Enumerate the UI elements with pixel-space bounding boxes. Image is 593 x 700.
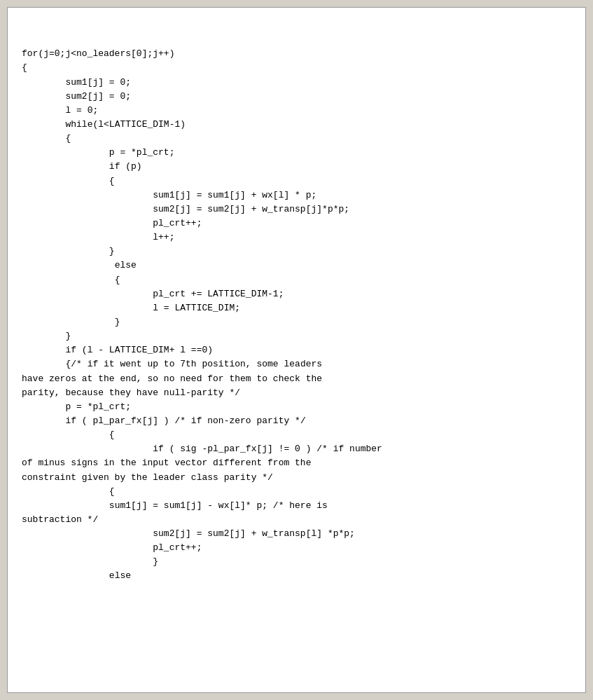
code-content: for(j=0;j<no_leaders[0];j++) { sum1[j] =… [22, 47, 571, 583]
code-block: for(j=0;j<no_leaders[0];j++) { sum1[j] =… [7, 7, 586, 693]
